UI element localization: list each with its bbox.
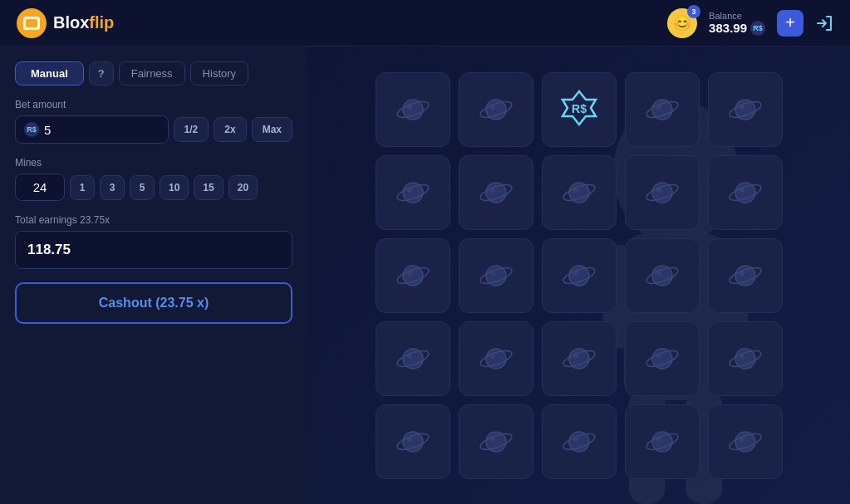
svg-point-80 — [735, 432, 755, 452]
planet-icon — [727, 340, 764, 377]
svg-point-31 — [573, 188, 578, 193]
svg-point-65 — [735, 349, 755, 369]
svg-point-19 — [656, 105, 661, 110]
add-funds-button[interactable]: + — [777, 10, 803, 37]
svg-point-64 — [656, 354, 661, 359]
mines-btn-5[interactable]: 5 — [130, 175, 155, 200]
grid-cell[interactable] — [708, 155, 783, 230]
avatar-badge: 3 — [687, 5, 700, 18]
svg-point-9 — [403, 100, 423, 120]
planet-icon — [644, 257, 680, 294]
mines-btn-3[interactable]: 3 — [100, 175, 125, 200]
cashout-button[interactable]: Cashout (23.75 x) — [15, 282, 292, 324]
tab-question[interactable]: ? — [89, 61, 114, 86]
logo-icon — [17, 8, 47, 38]
svg-point-62 — [652, 349, 672, 369]
bet-amount-input[interactable] — [44, 123, 94, 137]
bet-input-row: R$ 1/2 2x Max — [15, 115, 292, 144]
svg-point-76 — [573, 437, 578, 442]
planet-icon — [478, 91, 514, 128]
svg-point-41 — [486, 266, 506, 286]
grid-cell[interactable] — [708, 321, 783, 396]
mines-btn-15[interactable]: 15 — [194, 175, 223, 200]
grid-cell[interactable] — [542, 238, 617, 313]
svg-point-56 — [486, 349, 506, 369]
bet-double-button[interactable]: 2x — [214, 117, 246, 142]
grid-cell[interactable] — [459, 155, 533, 230]
svg-point-68 — [403, 432, 423, 452]
grid-cell[interactable] — [376, 155, 450, 230]
grid-cell[interactable] — [625, 321, 700, 396]
svg-point-38 — [403, 266, 423, 286]
grid-cell[interactable] — [708, 238, 783, 313]
grid-cell[interactable] — [708, 404, 783, 479]
planet-icon — [395, 174, 431, 211]
mines-input: 24 — [15, 174, 65, 201]
tab-history[interactable]: History — [190, 61, 248, 86]
grid-cell[interactable] — [542, 321, 617, 396]
grid-cell[interactable] — [376, 321, 450, 396]
svg-point-82 — [739, 437, 744, 442]
svg-point-35 — [735, 183, 755, 203]
avatar-wrap[interactable]: 😊 3 — [667, 8, 697, 38]
grid-cell[interactable] — [376, 72, 450, 147]
planet-icon — [478, 174, 514, 211]
tab-fairness[interactable]: Fairness — [119, 61, 185, 86]
grid-cell[interactable] — [376, 238, 450, 313]
svg-point-43 — [490, 271, 495, 276]
grid-cell[interactable] — [625, 72, 700, 147]
svg-point-55 — [407, 354, 412, 359]
svg-point-77 — [652, 432, 672, 452]
grid-cell[interactable] — [625, 238, 700, 313]
grid-cell[interactable] — [459, 72, 533, 147]
header: Bloxflip 😊 3 Balance 383.99 R$ + — [0, 0, 850, 46]
svg-point-49 — [656, 271, 661, 276]
earnings-section: Total earnings 23.75x 118.75 — [15, 214, 292, 269]
svg-point-44 — [569, 266, 589, 286]
planet-icon — [727, 174, 764, 211]
svg-point-67 — [739, 354, 744, 359]
mines-btn-1[interactable]: 1 — [70, 175, 95, 200]
mines-btn-10[interactable]: 10 — [160, 175, 189, 200]
grid-cell[interactable] — [459, 404, 533, 479]
planet-icon — [561, 174, 597, 211]
planet-icon — [644, 174, 680, 211]
svg-point-59 — [569, 349, 589, 369]
grid-cell[interactable] — [459, 321, 533, 396]
svg-point-14 — [490, 105, 495, 110]
svg-point-32 — [652, 183, 672, 203]
earnings-label: Total earnings 23.75x — [15, 214, 292, 226]
planet-icon — [395, 91, 431, 128]
mines-btn-20[interactable]: 20 — [228, 175, 258, 200]
coin-icon: R$ — [558, 88, 601, 131]
grid-cell[interactable]: R$ — [542, 72, 617, 147]
grid-cell[interactable] — [708, 72, 783, 147]
grid-cell[interactable] — [459, 238, 533, 313]
planet-icon — [644, 340, 680, 377]
svg-point-20 — [735, 100, 755, 120]
svg-point-74 — [569, 432, 589, 452]
bet-amount-label: Bet amount — [15, 99, 292, 110]
bet-max-button[interactable]: Max — [252, 117, 292, 142]
grid-cell[interactable] — [376, 404, 450, 479]
tab-manual[interactable]: Manual — [15, 61, 84, 86]
svg-point-58 — [490, 354, 495, 359]
header-right: 😊 3 Balance 383.99 R$ + — [667, 8, 833, 38]
planet-icon — [644, 423, 680, 460]
planet-icon — [395, 257, 431, 294]
svg-point-70 — [407, 437, 412, 442]
grid-cell[interactable] — [542, 155, 617, 230]
grid-cell[interactable] — [625, 404, 700, 479]
mines-section: Mines 24 1 3 5 10 15 20 — [15, 157, 292, 201]
login-button[interactable] — [815, 14, 833, 32]
grid-cell[interactable] — [542, 404, 617, 479]
planet-icon — [478, 340, 514, 377]
bet-half-button[interactable]: 1/2 — [174, 117, 209, 142]
left-panel: Manual ? Fairness History Bet amount R$ … — [0, 46, 307, 504]
balance-label: Balance — [709, 11, 742, 21]
grid-cell[interactable] — [625, 155, 700, 230]
planet-icon — [561, 340, 597, 377]
svg-point-61 — [573, 354, 578, 359]
svg-point-53 — [403, 349, 423, 369]
svg-point-12 — [486, 100, 506, 120]
